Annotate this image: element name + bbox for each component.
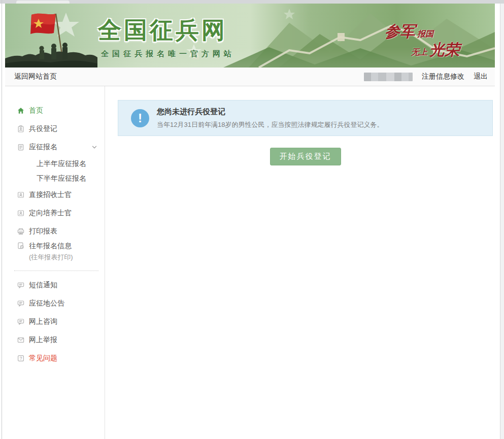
sidebar-subitem-first-half-signup[interactable]: 上半年应征报名	[5, 156, 105, 171]
mail-icon	[17, 336, 25, 344]
chat-bubble-icon	[17, 281, 25, 289]
main-content: ! 您尚未进行兵役登记 当年12月31日前年满18岁的男性公民，应当按照法律规定…	[105, 86, 495, 439]
registration-alert: ! 您尚未进行兵役登记 当年12月31日前年满18岁的男性公民，应当按照法律规定…	[118, 100, 493, 136]
home-icon	[17, 107, 25, 115]
site-banner: 全国征兵网 全国征兵报名唯一官方网站 参军 报国 无上 光荣	[5, 4, 495, 67]
browser-window-edge	[2, 0, 2, 439]
document-icon	[17, 143, 25, 151]
page: 全国征兵网 全国征兵报名唯一官方网站 参军 报国 无上 光荣 返回网站首页 注册…	[5, 4, 495, 439]
topbar: 返回网站首页 注册信息修改 退出	[5, 67, 495, 86]
sidebar-subitem-second-half-signup[interactable]: 下半年应征报名	[5, 171, 105, 186]
sidebar-item-subnote: (往年报表打印)	[29, 253, 73, 262]
site-logo-subtitle: 全国征兵报名唯一官方网站	[101, 49, 235, 59]
svg-text:?: ?	[20, 356, 22, 361]
site-logo-title: 全国征兵网	[98, 15, 227, 46]
sidebar-item-sms-notification[interactable]: 短信通知	[5, 276, 105, 294]
browser-chrome-sliver	[0, 0, 504, 4]
chat-bubble-icon	[17, 318, 25, 326]
back-home-link[interactable]: 返回网站首页	[14, 72, 57, 81]
sidebar-item-faq[interactable]: ? 常见问题	[5, 349, 105, 367]
slogan-glory: 光荣	[429, 41, 460, 58]
id-card-icon	[17, 191, 25, 199]
sidebar-item-targeted-nco-training[interactable]: 定向培养士官	[5, 204, 105, 222]
sidebar-item-label: 网上咨询	[29, 317, 57, 326]
sidebar-item-label: 短信通知	[29, 281, 57, 290]
sidebar-item-previous-years-info[interactable]: 往年报名信息 (往年报表打印)	[5, 241, 105, 265]
sidebar-item-label: 首页	[29, 106, 43, 115]
sidebar-item-online-consultation[interactable]: 网上咨询	[5, 313, 105, 331]
banner-slogan: 参军 报国 无上 光荣	[385, 24, 460, 57]
start-registration-button[interactable]: 开始兵役登记	[270, 148, 341, 165]
sidebar-item-service-registration[interactable]: 兵役登记	[5, 120, 105, 138]
history-document-icon	[17, 242, 25, 250]
slogan-join-army: 参军	[385, 23, 415, 40]
edit-registration-link[interactable]: 注册信息修改	[422, 72, 464, 81]
sidebar-item-label: 往年报名信息	[29, 242, 73, 251]
id-card-icon	[17, 209, 25, 217]
exclamation-icon: !	[131, 109, 149, 127]
logout-link[interactable]: 退出	[474, 72, 488, 81]
slogan-supreme: 无上	[411, 48, 427, 56]
vertical-scrollbar[interactable]	[500, 4, 504, 439]
question-icon: ?	[17, 354, 25, 362]
sidebar-item-label: 定向培养士官	[29, 209, 72, 218]
sidebar-item-print-forms[interactable]: 打印报表	[5, 222, 105, 241]
clipboard-icon	[17, 125, 25, 133]
sidebar-item-local-announcements[interactable]: 应征地公告	[5, 294, 105, 313]
sidebar-item-enlistment-signup[interactable]: 应征报名	[5, 138, 105, 156]
sidebar-item-direct-nco-recruitment[interactable]: 直接招收士官	[5, 186, 105, 204]
sidebar-item-label: 打印报表	[29, 227, 57, 236]
sidebar-subitem-label: 上半年应征报名	[37, 159, 86, 168]
sidebar-item-label: 网上举报	[29, 335, 57, 345]
sidebar-item-home[interactable]: 首页	[5, 102, 105, 120]
sidebar-item-label: 直接招收士官	[29, 190, 72, 199]
sidebar-divider	[14, 271, 98, 271]
sidebar-item-online-report[interactable]: 网上举报	[5, 331, 105, 349]
sidebar-subitem-label: 下半年应征报名	[37, 174, 86, 183]
alert-body: 当年12月31日前年满18岁的男性公民，应当按照法律规定履行兵役登记义务。	[157, 120, 383, 129]
chat-bubble-icon	[17, 299, 25, 308]
sidebar-item-label: 兵役登记	[29, 124, 57, 133]
printer-icon	[17, 227, 25, 235]
masked-username	[364, 73, 413, 81]
sidebar-item-label: 常见问题	[29, 354, 57, 363]
alert-title: 您尚未进行兵役登记	[157, 107, 383, 117]
slogan-serve-country: 报国	[417, 29, 433, 38]
chevron-down-icon	[91, 144, 98, 151]
sidebar-item-label: 应征报名	[29, 143, 57, 152]
sidebar-item-label: 应征地公告	[29, 299, 64, 308]
sidebar: 首页 兵役登记 应征报名 上半年应征报名 下	[5, 86, 105, 439]
